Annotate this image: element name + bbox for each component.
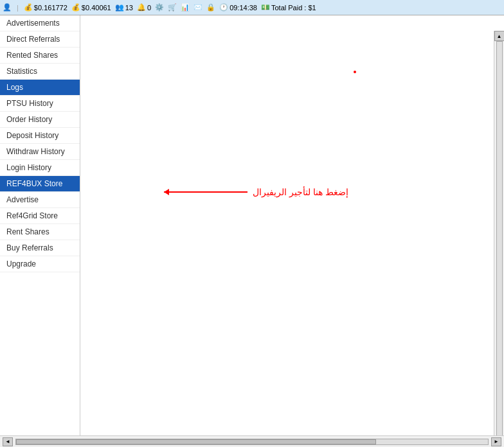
scroll-left-button[interactable]: ◄ — [3, 437, 13, 446]
chart-item[interactable]: 📊 — [181, 3, 190, 12]
sidebar-item-rent-shares[interactable]: Rent Shares — [0, 224, 80, 240]
lock-icon: 🔒 — [206, 3, 215, 12]
referrals-item[interactable]: 👥 13 — [115, 3, 133, 12]
balance1-value: $0.161772 — [34, 4, 68, 12]
sidebar: AdvertisementsDirect ReferralsRented Sha… — [0, 15, 80, 435]
time-value: 09:14:38 — [230, 4, 257, 12]
balance1-icon: 💰 — [24, 3, 33, 12]
clock-item: 🕐 09:14:38 — [219, 3, 257, 12]
horizontal-scrollbar[interactable]: ◄ ► — [0, 435, 504, 447]
scroll-h-thumb[interactable] — [16, 439, 376, 444]
clock-icon: 🕐 — [219, 3, 228, 12]
toolbar: 👤 | 💰 $0.161772 💰 $0.40061 👥 13 🔔 0 ⚙️ 🛒… — [0, 0, 504, 15]
total-paid-icon: 💵 — [261, 3, 270, 12]
sidebar-item-direct-referrals[interactable]: Direct Referrals — [0, 31, 80, 48]
gear-item[interactable]: ⚙️ — [155, 3, 164, 12]
sidebar-item-ref4grid-store[interactable]: Ref4Grid Store — [0, 208, 80, 224]
referrals-icon: 👥 — [115, 3, 124, 12]
annotation: إضغط هنا لتأجير الريفيرال — [164, 187, 348, 197]
sidebar-item-statistics[interactable]: Statistics — [0, 64, 80, 80]
cart-item[interactable]: 🛒 — [168, 3, 177, 12]
total-paid-item: 💵 Total Paid : $1 — [261, 3, 316, 12]
scroll-v-track[interactable] — [496, 41, 503, 435]
sidebar-item-logs[interactable]: Logs — [0, 80, 80, 96]
content-area: إضغط هنا لتأجير الريفيرال ▲ ▼ — [80, 15, 504, 435]
total-paid-value: Total Paid : $1 — [271, 4, 316, 12]
sidebar-item-rented-shares[interactable]: Rented Shares — [0, 48, 80, 64]
scroll-h-track[interactable] — [15, 439, 489, 445]
sidebar-item-advertise[interactable]: Advertise — [0, 192, 80, 208]
red-dot — [354, 71, 356, 73]
sidebar-item-withdraw-history[interactable]: Withdraw History — [0, 144, 80, 160]
gear-icon: ⚙️ — [155, 3, 164, 12]
user-icon: 👤 — [3, 3, 12, 12]
sidebar-item-deposit-history[interactable]: Deposit History — [0, 128, 80, 144]
main-layout: AdvertisementsDirect ReferralsRented Sha… — [0, 15, 504, 435]
mail-item[interactable]: ✉️ — [194, 3, 203, 12]
chart-icon: 📊 — [181, 3, 190, 12]
scroll-up-button[interactable]: ▲ — [494, 31, 505, 41]
alerts-icon: 🔔 — [137, 3, 146, 12]
balance1-item[interactable]: 💰 $0.161772 — [24, 3, 68, 12]
sidebar-item-advertisements[interactable]: Advertisements — [0, 15, 80, 31]
balance2-value: $0.40061 — [82, 4, 111, 12]
balance2-item[interactable]: 💰 $0.40061 — [71, 3, 111, 12]
sidebar-item-login-history[interactable]: Login History — [0, 160, 80, 176]
lock-item[interactable]: 🔒 — [206, 3, 215, 12]
sidebar-item-buy-referrals[interactable]: Buy Referrals — [0, 240, 80, 256]
cart-icon: 🛒 — [168, 3, 177, 12]
scroll-right-button[interactable]: ► — [491, 437, 501, 446]
mail-icon: ✉️ — [194, 3, 203, 12]
arrow-line — [164, 191, 248, 193]
referrals-value: 13 — [125, 4, 133, 12]
balance2-icon: 💰 — [71, 3, 80, 12]
right-scrollbar[interactable]: ▲ ▼ — [494, 31, 504, 435]
sidebar-item-order-history[interactable]: Order History — [0, 112, 80, 128]
sidebar-item-ptsu-history[interactable]: PTSU History — [0, 96, 80, 112]
sidebar-item-upgrade[interactable]: Upgrade — [0, 256, 80, 272]
sidebar-item-ref4bux-store[interactable]: REF4BUX Store — [0, 176, 80, 192]
alerts-value: 0 — [147, 4, 151, 12]
alerts-item[interactable]: 🔔 0 — [137, 3, 151, 12]
annotation-text: إضغط هنا لتأجير الريفيرال — [253, 187, 348, 197]
